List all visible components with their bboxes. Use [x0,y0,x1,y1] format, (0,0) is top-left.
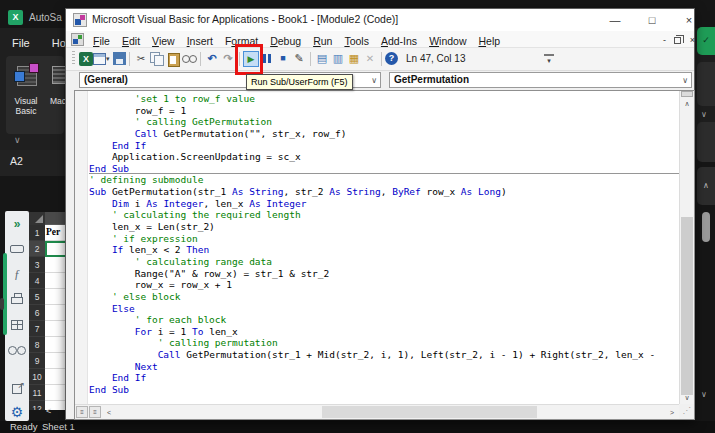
menu-insert[interactable]: Insert [181,33,219,49]
row-header[interactable]: 2 [29,241,45,257]
sheet-tab[interactable]: Sheet 1 [42,421,75,432]
chevron-down-icon[interactable]: ▾ [106,51,113,67]
sidebar-handle[interactable] [0,298,4,310]
sheet-cell[interactable] [45,305,65,321]
column-header[interactable] [45,212,65,225]
child-minimize-button[interactable]: - [658,34,671,46]
share-button-fragment[interactable]: ✓ [697,27,715,55]
ribbon-collapse-icon[interactable]: ∨ [14,135,21,145]
reset-icon[interactable]: ■ [275,51,291,67]
menu-edit[interactable]: Edit [116,33,146,49]
sheet-cell[interactable] [45,273,65,289]
menu-add-ins[interactable]: Add-Ins [375,33,423,49]
toolbar-overflow-icon[interactable]: ▾ [544,54,554,65]
toolbox-icon[interactable]: ✕ [362,51,378,67]
sheet-cell[interactable] [45,321,65,337]
row-header[interactable]: 9 [29,353,45,369]
row-header[interactable]: 12 [29,401,45,410]
paste-icon[interactable] [165,51,181,67]
sheet-scrollbar-thumb[interactable] [702,212,710,242]
code-line: Range("A" & row_x) = str_1 & str_2 [89,268,679,280]
minimize-button[interactable]: — [606,12,624,28]
row-header[interactable]: 10 [29,369,45,385]
horizontal-scrollbar[interactable]: ≡ ≡ < > [75,404,679,419]
menu-view[interactable]: View [146,33,181,49]
excel-icon[interactable]: X [79,52,93,66]
printer-icon[interactable] [5,291,29,309]
chevron-down-icon[interactable]: ∨ [701,110,707,119]
keyboard-icon[interactable] [5,240,29,258]
scroll-left-icon[interactable]: < [103,406,115,418]
binoculars-icon[interactable] [5,341,29,359]
sheet-scroll-down-icon[interactable]: ∨ [701,390,707,399]
sheet-row: 5 [29,289,65,305]
table-icon[interactable] [5,316,29,334]
scroll-right-icon[interactable]: > [666,406,678,418]
cut-icon[interactable]: ✂ [133,51,149,67]
row-header[interactable]: 8 [29,337,45,353]
toolbar-separator [310,52,311,66]
visual-basic-button[interactable]: Visual Basic [6,60,46,130]
row-header[interactable]: 7 [29,321,45,337]
sheet-cell[interactable] [45,369,65,385]
autosave-label: AutoSa [29,12,62,23]
row-header[interactable]: 1 [29,225,45,241]
sheet-cell[interactable] [45,257,65,273]
sheet-scroll-up-icon[interactable]: ∧ [697,167,715,205]
undo-icon[interactable]: ↶ [204,51,220,67]
sheet-cell[interactable]: Per [45,225,65,241]
select-all-corner[interactable] [29,212,45,225]
row-header[interactable]: 11 [29,385,45,401]
excel-menu-file[interactable]: File [12,37,30,49]
code-line: row_f = 1 [89,105,679,117]
row-header[interactable]: 4 [29,273,45,289]
redo-icon[interactable]: ↷ [220,51,236,67]
view-object-icon[interactable] [93,53,106,65]
module-view-button[interactable]: ≡ [89,406,101,418]
horizontal-scrollbar-thumb[interactable] [322,406,537,418]
object-browser-icon[interactable]: ▦ [346,51,362,67]
external-link-icon[interactable] [5,381,29,399]
sheet-cell[interactable] [45,289,65,305]
child-restore-button[interactable] [674,37,681,44]
chevron-down-icon: ∨ [682,76,688,85]
vertical-scrollbar[interactable]: ∧ ∨ [679,91,694,404]
split-handle[interactable] [681,91,693,97]
row-header[interactable]: 3 [29,257,45,273]
name-box[interactable]: A2 [10,155,23,167]
menu-help[interactable]: Help [472,33,506,49]
child-close-button[interactable]: × [686,34,699,46]
scroll-up-icon[interactable]: ∧ [680,98,694,110]
project-explorer-icon[interactable]: ▤ [314,51,330,67]
close-button[interactable]: × [680,12,698,28]
procedure-combo[interactable]: GetPermutation∨ [389,72,692,88]
procedure-view-button[interactable]: ≡ [76,406,88,418]
menu-tools[interactable]: Tools [338,33,375,49]
sheet-cell[interactable] [45,353,65,369]
row-header[interactable]: 6 [29,305,45,321]
sheet-cell[interactable] [45,337,65,353]
formula-icon[interactable]: ƒ [5,266,29,284]
menu-run[interactable]: Run [307,33,338,49]
menu-debug[interactable]: Debug [264,33,307,49]
code-pane[interactable]: 'set 1 to row_f value row_f = 1 ' callin… [74,90,695,420]
maximize-button[interactable]: □ [643,12,661,28]
vertical-scrollbar-thumb[interactable] [681,217,693,395]
sheet-cell[interactable] [45,385,65,401]
sheet-nav-left-icon[interactable]: < [46,406,51,416]
row-header[interactable]: 5 [29,289,45,305]
save-icon[interactable] [113,52,126,65]
help-icon[interactable]: ? [385,52,398,65]
resize-grip[interactable]: ⋰ [679,404,694,419]
toolbar-grip[interactable] [72,51,75,66]
settings-icon[interactable]: ⚙ [5,403,29,421]
sheet-cell[interactable] [45,241,65,257]
find-icon[interactable] [181,51,197,67]
menu-file[interactable]: File [87,33,116,49]
copy-icon[interactable] [149,51,165,67]
properties-window-icon[interactable]: ▥ [330,51,346,67]
menu-window[interactable]: Window [423,33,472,49]
double-chevron-icon[interactable]: » [5,216,29,234]
scroll-down-icon[interactable]: ∨ [680,392,694,404]
design-mode-icon[interactable]: ✎ [291,51,307,67]
